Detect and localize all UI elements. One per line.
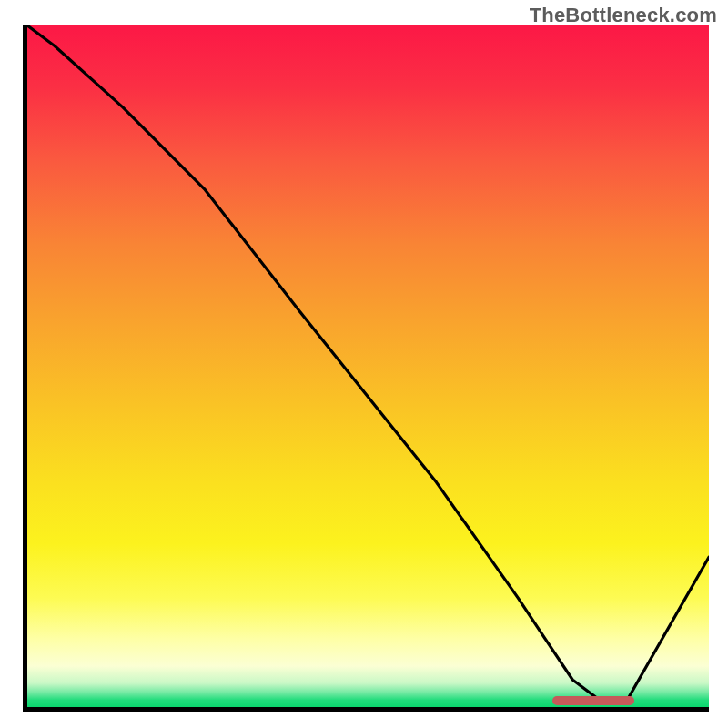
minimum-band-marker	[552, 696, 634, 705]
chart-container: TheBottleneck.com	[0, 0, 728, 728]
plot-area	[23, 25, 709, 712]
attribution-text: TheBottleneck.com	[530, 4, 717, 27]
bottleneck-curve	[27, 25, 709, 707]
